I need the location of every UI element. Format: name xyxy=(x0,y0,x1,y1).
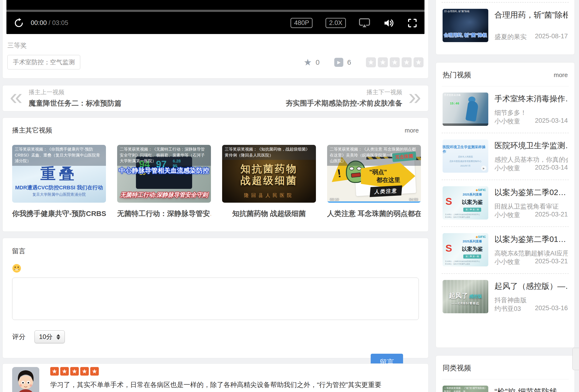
comment-textarea[interactable] xyxy=(12,278,419,320)
video-item-title[interactable]: 手术室终末消毒操作… xyxy=(495,94,568,104)
video-item-title[interactable]: 医院环境卫生学监测… xyxy=(495,140,568,151)
other-video-item[interactable]: 三等奖获奖视频：《知抗菌药物，战超级细菌》黄伶俐（隆回县人民医院） 知抗菌药物 … xyxy=(222,145,316,219)
orange-star-icon: ★ xyxy=(50,367,59,376)
next-video-link[interactable]: 播主下一视频 夯实围手术期感染防控-术前皮肤准备 » xyxy=(286,88,421,108)
hot-videos-title: 热门视频 xyxy=(442,70,471,80)
hot-videos-more-link[interactable]: more xyxy=(554,71,568,79)
thumbnail-art-line: 2025系列直播 xyxy=(463,192,482,197)
related-videos-card: 22-合理用药, 斩“菌”除根 合理用药, 斩“菌”除根 合理用药，斩“菌”除根… xyxy=(436,0,575,55)
video-caption[interactable]: 人类注意 耳念珠菌的弱点都在… xyxy=(327,209,421,219)
video-item-footer: 小小牧童 2025-03-14 xyxy=(495,117,568,126)
sidebar-video-item[interactable]: 手术室终末消毒 15:46 手术室终末消毒操作… 细节多多！ 小小牧童 2025… xyxy=(442,86,569,133)
video-thumbnail[interactable]: S ◆SIFIC 2025系列直播 以案为鉴 第二季 第一期 主办单位：上海斯菲… xyxy=(442,233,488,266)
sific-logo-text: SIFIC xyxy=(478,235,486,239)
video-thumbnail[interactable]: 二等奖获奖视频：《人类注意 耳念珠菌的弱点都在这里》吴美玲（皖南医学院第一附属医… xyxy=(327,145,421,203)
sidebar-video-item[interactable]: S ◆SIFIC 2025系列直播 以案为鉴 第二季 第二期 主办单位：上海斯菲… xyxy=(442,180,569,227)
video-item-title[interactable]: 起风了（感控版）—… xyxy=(495,281,568,292)
time-current: 00:00 xyxy=(31,19,47,26)
sific-logo: ◆SIFIC xyxy=(476,235,486,239)
orange-star-icon: ★ xyxy=(70,367,79,376)
video-item-date: 2025-08-17 xyxy=(535,33,568,41)
video-item-subtitle: 高晓东&范鹏超解读AI应用 xyxy=(495,249,568,258)
scrollbar-thumb[interactable] xyxy=(572,348,579,370)
video-item-date: 2025-03-14 xyxy=(535,164,568,172)
commenter-avatar xyxy=(12,367,39,392)
comment-rating-stars: ★★★★★ xyxy=(50,367,381,376)
video-item-title[interactable]: 以案为鉴第二季02… xyxy=(495,187,568,198)
rating-select[interactable]: 10分 xyxy=(35,330,65,343)
uploader-other-videos-card: 播主其它视频 more 三等奖获奖视频：《你我携手健康共守-预防CRBSI》孟鑫… xyxy=(2,117,429,232)
sidebar-video-item[interactable]: 22-合理用药, 斩“菌”除根 合理用药, 斩“菌”除根 合理用药，斩“菌”除根… xyxy=(442,3,569,48)
rating-star-icon[interactable]: ★ xyxy=(366,57,376,67)
thumbnail-art-title: 战超级细菌 xyxy=(222,174,316,187)
video-item-title[interactable]: 合理用药，斩“菌”除根 xyxy=(495,10,568,20)
season-badge: 第二季 第二期 xyxy=(463,208,481,212)
video-item-author: 小小牧童 xyxy=(495,211,520,219)
video-caption[interactable]: 知抗菌药物 战超级细菌 xyxy=(222,209,316,219)
rating-star-icon[interactable]: ★ xyxy=(378,57,388,67)
sidebar-video-item[interactable]: S ◆SIFIC 2025系列直播 以案为鉴 第二季 第一期 主办单位：上海斯菲… xyxy=(442,227,569,274)
timestamp-start: 00:10 xyxy=(330,197,339,201)
smiley-emoji-icon[interactable] xyxy=(12,264,21,274)
speed-button[interactable]: 2.0X xyxy=(325,18,346,28)
play-count: 6 xyxy=(347,58,351,66)
video-item-author: 小小牧童 xyxy=(495,117,520,126)
thumbnail-art-title: 知抗菌药物 xyxy=(222,162,316,175)
thumbnail-art-line: 复旦大学附属中山医院青浦分院 xyxy=(12,192,106,197)
video-thumbnail[interactable]: 二等奖获奖视频：《无菌特工行动：深静脉导管安全守则》闫瑞红、杨丽君、裴素华等（石… xyxy=(117,145,211,203)
emoji-row xyxy=(12,264,419,274)
hot-videos-header: 热门视频 more xyxy=(442,62,569,86)
thumbnail-art-banner: 无菌特工行动:深静脉导管安全守则 xyxy=(117,191,211,199)
video-item-title[interactable]: “检”控·细节筑防线 xyxy=(495,387,568,392)
prev-video-link[interactable]: « 播主上一视频 魔童降世任务二：标准预防篇 xyxy=(10,88,121,108)
timestamp-end: 04:53 xyxy=(409,197,418,201)
seek-bar[interactable] xyxy=(6,10,425,12)
thumbnail-overlay-text: 二等奖获奖视频：《无菌特工行动：深静脉导管安全守则》闫瑞红、杨丽君、裴素华等（石… xyxy=(117,145,211,166)
video-thumbnail[interactable]: 手术室终末消毒 15:46 xyxy=(442,93,488,126)
sidebar-video-item[interactable]: 起风了 感控版 ——CRBSI零容忍 起风了（感控版）—… 抖音神曲版 约书亚0… xyxy=(442,274,569,320)
video-item-footer: 约书亚03 2025-03-16 xyxy=(495,304,568,314)
rating-star-icon[interactable]: ★ xyxy=(402,57,412,67)
other-videos-more-link[interactable]: more xyxy=(405,127,419,134)
video-thumbnail[interactable]: 一等奖获奖视频：《“检”控·细节筑防线》陈苗红、吴妍妍、张… xyxy=(442,386,488,392)
video-caption[interactable]: 你我携手健康共守-预防CRBSI xyxy=(12,209,106,219)
other-video-item[interactable]: 二等奖获奖视频：《人类注意 耳念珠菌的弱点都在这里》吴美玲（皖南医学院第一附属医… xyxy=(327,145,421,219)
thumbnail-overlay-text: 三等奖获奖视频：《你我携手健康共守-预防CRBSI》孟鑫、重叠（复旦大学附属中山… xyxy=(12,145,106,166)
video-thumbnail[interactable]: 医院环境卫生学监测采样操作 启东市人民医院 启东市医院感染管理质量控制中心 20… xyxy=(442,139,488,173)
fullscreen-icon[interactable] xyxy=(407,18,417,28)
video-thumbnail[interactable]: 22-合理用药, 斩“菌”除根 合理用药, 斩“菌”除根 xyxy=(442,9,488,42)
replay-icon[interactable] xyxy=(13,18,24,28)
sidebar-video-item[interactable]: 一等奖获奖视频：《“检”控·细节筑防线》陈苗红、吴妍妍、张… “检”控·细节筑防… xyxy=(442,379,569,392)
airplay-icon[interactable] xyxy=(359,18,370,28)
footnote-line: 承办单位：复旦大学附属中山医院 xyxy=(445,216,470,218)
orange-star-icon: ★ xyxy=(80,367,89,376)
sific-s-logo: S xyxy=(445,243,452,254)
rating-star-icon[interactable]: ★ xyxy=(414,57,424,67)
video-item-footer: 小小牧童 2025-03-21 xyxy=(495,211,568,220)
video-thumbnail[interactable]: 三等奖获奖视频：《你我携手健康共守-预防CRBSI》孟鑫、重叠（复旦大学附属中山… xyxy=(12,145,106,203)
rating-star-icon[interactable]: ★ xyxy=(390,57,400,67)
orange-star-icon: ★ xyxy=(90,367,99,376)
prev-video-title: 魔童降世任务二：标准预防篇 xyxy=(29,99,121,108)
video-item-date: 2025-03-16 xyxy=(535,304,568,313)
volume-icon[interactable] xyxy=(383,18,394,28)
video-thumbnail[interactable]: 起风了 感控版 ——CRBSI零容忍 xyxy=(442,280,488,313)
video-thumbnail[interactable]: 三等奖获奖视频：《知抗菌药物，战超级细菌》黄伶俐（隆回县人民医院） 知抗菌药物 … xyxy=(222,145,316,203)
player-controls-right: 480P 2.0X xyxy=(290,18,417,28)
other-video-item[interactable]: 二等奖获奖视频：《无菌特工行动：深静脉导管安全守则》闫瑞红、杨丽君、裴素华等（石… xyxy=(117,145,211,219)
select-stepper-icon xyxy=(56,334,60,340)
play-icon: ▶ xyxy=(481,166,486,171)
sidebar-video-item[interactable]: 医院环境卫生学监测采样操作 启东市人民医院 启东市医院感染管理质量控制中心 20… xyxy=(442,133,569,180)
other-videos-row: 三等奖获奖视频：《你我携手健康共守-预防CRBSI》孟鑫、重叠（复旦大学附属中山… xyxy=(12,145,419,219)
video-item-date: 2025-03-21 xyxy=(535,258,568,266)
tag-chip[interactable]: 手术室防控；空气监测 xyxy=(7,55,80,69)
video-player[interactable]: 00:00 / 03:05 480P 2.0X xyxy=(6,0,425,34)
other-video-item[interactable]: 三等奖获奖视频：《你我携手健康共守-预防CRBSI》孟鑫、重叠（复旦大学附属中山… xyxy=(12,145,106,219)
video-caption[interactable]: 无菌特工行动：深静脉导管安… xyxy=(117,209,211,219)
similar-videos-card: 同类视频 一等奖获奖视频：《“检”控·细节筑防线》陈苗红、吴妍妍、张… “检”控… xyxy=(436,355,575,392)
video-item-title[interactable]: 以案为鉴第二季01… xyxy=(495,234,568,245)
video-thumbnail[interactable]: S ◆SIFIC 2025系列直播 以案为鉴 第二季 第二期 主办单位：上海斯菲… xyxy=(442,186,488,220)
thumbnail-art-title: 以案为鉴 xyxy=(462,245,483,253)
time-display: 00:00 / 03:05 xyxy=(31,19,68,27)
quality-button[interactable]: 480P xyxy=(290,18,313,28)
